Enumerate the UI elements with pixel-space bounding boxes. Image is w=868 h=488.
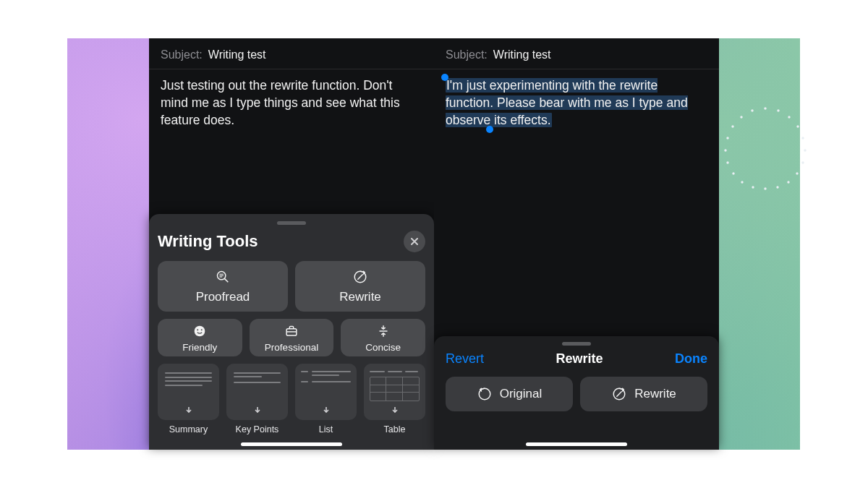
- subject-value[interactable]: Writing test: [493, 48, 551, 61]
- close-button[interactable]: [404, 231, 425, 252]
- professional-button[interactable]: Professional: [250, 319, 334, 356]
- sheet-grabber[interactable]: [562, 342, 591, 346]
- revert-button[interactable]: Revert: [446, 351, 484, 367]
- svg-point-23: [197, 329, 199, 330]
- svg-point-5: [804, 149, 806, 151]
- svg-point-22: [195, 325, 205, 336]
- original-button[interactable]: Original: [446, 377, 573, 411]
- list-icon: [301, 371, 351, 388]
- magnify-text-icon: [215, 269, 231, 285]
- email-body[interactable]: I'm just experimenting with the rewrite …: [434, 77, 719, 129]
- briefcase-icon: [284, 323, 299, 339]
- done-button[interactable]: Done: [675, 351, 707, 367]
- summary-caption: Summary: [169, 424, 208, 435]
- friendly-button[interactable]: Friendly: [158, 319, 242, 356]
- arrow-down-icon: [391, 404, 399, 413]
- original-label: Original: [500, 387, 542, 401]
- summary-icon: [165, 372, 212, 393]
- divider: [434, 69, 719, 69]
- summary-tile[interactable]: [158, 364, 219, 420]
- keypoints-icon: [234, 372, 281, 388]
- svg-point-4: [801, 137, 804, 139]
- rewrite-again-label: Rewrite: [634, 387, 676, 401]
- arrow-down-icon: [253, 404, 262, 413]
- arrow-down-icon: [184, 404, 193, 413]
- divider: [149, 69, 434, 69]
- rewrite-result-sheet: Revert Rewrite Done Original: [434, 336, 719, 450]
- revert-circle-icon: [477, 386, 493, 402]
- subject-value[interactable]: Writing test: [208, 48, 266, 61]
- concise-label: Concise: [365, 342, 401, 353]
- subject-row: Subject: Writing test: [149, 38, 434, 69]
- svg-point-24: [201, 329, 203, 330]
- professional-label: Professional: [265, 342, 318, 353]
- selected-text[interactable]: I'm just experimenting with the rewrite …: [446, 78, 688, 127]
- home-indicator[interactable]: [241, 442, 342, 446]
- concise-button[interactable]: Concise: [341, 319, 425, 356]
- close-icon: [410, 237, 419, 246]
- table-icon: [370, 371, 420, 401]
- smile-icon: [192, 323, 208, 339]
- rewrite-label: Rewrite: [339, 290, 381, 304]
- keypoints-caption: Key Points: [236, 424, 279, 435]
- compress-icon: [375, 323, 391, 339]
- table-caption: Table: [384, 424, 406, 435]
- list-tile[interactable]: [295, 364, 357, 420]
- sheet-grabber[interactable]: [277, 221, 306, 225]
- rewrite-button[interactable]: Rewrite: [295, 261, 425, 312]
- home-indicator[interactable]: [526, 442, 627, 446]
- svg-point-6: [801, 161, 804, 163]
- subject-label: Subject:: [161, 48, 203, 61]
- selection-end-handle[interactable]: [486, 126, 493, 133]
- result-title: Rewrite: [556, 351, 603, 367]
- stage: Subject: Writing test Just testing out t…: [0, 0, 868, 488]
- list-caption: List: [319, 424, 333, 435]
- friendly-label: Friendly: [182, 342, 217, 353]
- table-tile[interactable]: [364, 364, 425, 420]
- arrow-down-icon: [322, 404, 331, 413]
- phone-right: Subject: Writing test I'm just experimen…: [434, 38, 719, 450]
- phone-left: Subject: Writing test Just testing out t…: [149, 38, 434, 450]
- subject-label: Subject:: [446, 48, 488, 61]
- writing-tools-sheet: Writing Tools Proofread: [149, 214, 434, 450]
- sheet-title: Writing Tools: [158, 232, 258, 251]
- rewrite-again-button[interactable]: Rewrite: [580, 377, 707, 411]
- subject-row: Subject: Writing test: [434, 38, 719, 69]
- proofread-button[interactable]: Proofread: [158, 261, 288, 312]
- keypoints-tile[interactable]: [226, 364, 288, 420]
- rewrite-circle-icon: [352, 269, 368, 285]
- proofread-label: Proofread: [196, 290, 250, 304]
- rewrite-circle-icon: [611, 386, 627, 402]
- email-body[interactable]: Just testing out the rewrite function. D…: [149, 77, 434, 129]
- selection-start-handle[interactable]: [441, 74, 448, 81]
